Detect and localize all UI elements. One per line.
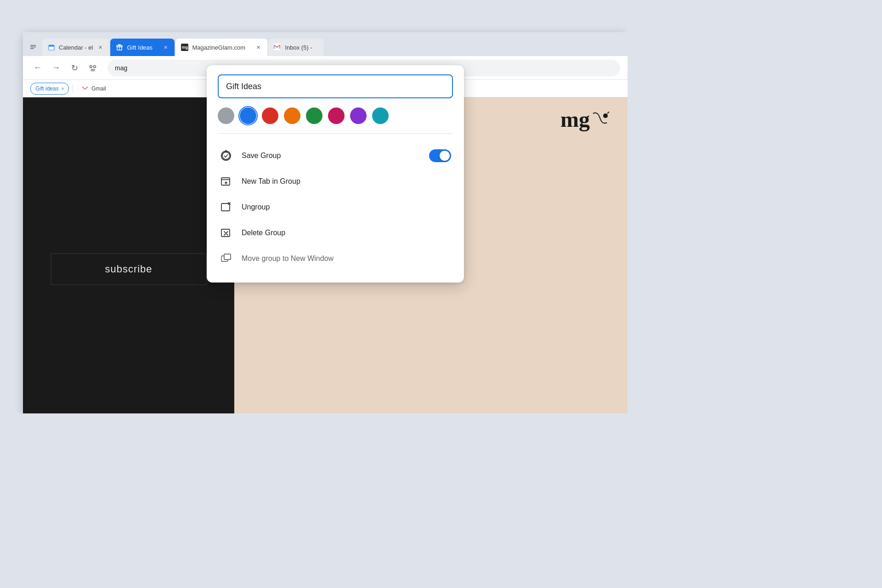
mg-logo: mg xyxy=(560,107,609,132)
menu-item-save-group[interactable]: Save Group xyxy=(218,143,453,169)
tab-calendar-title: Calendar - el xyxy=(59,44,93,51)
group-name-input[interactable] xyxy=(218,74,453,98)
bookmark-gift-label: Gift ideas xyxy=(35,85,59,92)
new-tab-icon xyxy=(220,175,232,188)
gmail-bookmark-favicon xyxy=(81,85,89,92)
tab-inbox-title: Inbox (5) - xyxy=(285,44,318,51)
color-swatch-purple[interactable] xyxy=(350,107,367,124)
tab-gift-title: Gift Ideas xyxy=(127,44,158,51)
bookmark-gmail[interactable]: Gmail xyxy=(77,83,110,95)
back-button[interactable]: ← xyxy=(30,61,45,75)
delete-group-icon xyxy=(220,226,232,239)
svg-rect-23 xyxy=(224,254,231,260)
bookmark-separator xyxy=(73,85,73,93)
svg-point-15 xyxy=(222,152,230,159)
color-swatch-red[interactable] xyxy=(262,107,278,124)
reload-button[interactable]: ↻ xyxy=(67,61,82,75)
menu-item-delete-group[interactable]: Delete Group xyxy=(218,220,453,246)
color-swatch-grey[interactable] xyxy=(218,107,234,124)
delete-group-label: Delete Group xyxy=(242,229,451,237)
svg-rect-16 xyxy=(221,178,230,185)
svg-point-8 xyxy=(90,65,92,68)
ungroup-icon xyxy=(220,201,232,214)
tab-magazine[interactable]: mg MagazineGlam.com ✕ xyxy=(175,39,267,56)
bookmark-gmail-label: Gmail xyxy=(91,85,106,92)
menu-item-ungroup[interactable]: Ungroup xyxy=(218,194,453,220)
move-icon xyxy=(220,252,232,265)
forward-button[interactable]: → xyxy=(49,61,63,75)
tab-group-gift-ideas[interactable]: Gift Ideas ✕ xyxy=(110,39,175,56)
chevron-down-icon: » xyxy=(62,86,64,91)
tab-group-popup: Save Group New Tab in Group Ungroup xyxy=(207,65,464,283)
tab-magazine-close[interactable]: ✕ xyxy=(254,44,262,51)
gmail-tab-favicon xyxy=(274,44,281,51)
tab-magazine-title: MagazineGlam.com xyxy=(192,44,251,51)
save-group-label: Save Group xyxy=(242,152,420,160)
tab-calendar[interactable]: Calendar - el ✕ xyxy=(42,39,109,56)
bookmark-gift-ideas[interactable]: Gift ideas » xyxy=(30,83,69,95)
tab-bar: Calendar - el ✕ Gift Ideas ✕ mg Magazine… xyxy=(23,32,628,56)
magazine-favicon: mg xyxy=(181,44,188,51)
color-swatch-pink[interactable] xyxy=(328,107,345,124)
svg-rect-1 xyxy=(49,45,54,47)
menu-item-new-tab[interactable]: New Tab in Group xyxy=(218,169,453,194)
save-group-icon xyxy=(220,149,232,162)
menu-item-move-group[interactable]: Move group to New Window xyxy=(218,246,453,271)
color-swatch-orange[interactable] xyxy=(284,107,300,124)
svg-point-13 xyxy=(603,113,608,118)
logo-decoration xyxy=(591,109,609,132)
move-group-label: Move group to New Window xyxy=(242,254,451,263)
subscribe-button[interactable]: subscribe xyxy=(51,253,207,285)
color-swatch-blue[interactable] xyxy=(240,107,256,124)
tab-gift-close[interactable]: ✕ xyxy=(162,44,169,51)
tab-inbox[interactable]: Inbox (5) - xyxy=(268,39,323,56)
save-group-toggle[interactable] xyxy=(429,149,451,162)
svg-line-14 xyxy=(607,111,609,113)
page-left-section: subscribe xyxy=(23,97,234,413)
svg-point-9 xyxy=(94,65,96,68)
calendar-favicon xyxy=(48,44,55,51)
color-swatch-teal[interactable] xyxy=(372,107,389,124)
ungroup-label: Ungroup xyxy=(242,203,451,211)
tab-calendar-close[interactable]: ✕ xyxy=(96,44,104,51)
color-swatch-green[interactable] xyxy=(306,107,322,124)
tab-search-button[interactable] xyxy=(85,61,100,75)
tab-list-button[interactable] xyxy=(27,40,40,53)
new-tab-label: New Tab in Group xyxy=(242,177,451,186)
color-swatches xyxy=(218,107,453,134)
